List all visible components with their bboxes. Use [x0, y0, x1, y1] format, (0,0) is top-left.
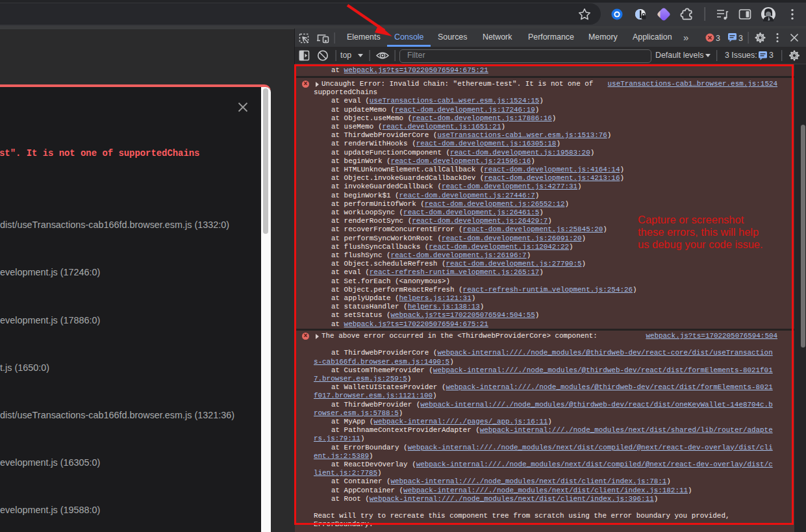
- svg-text:3: 3: [716, 34, 720, 43]
- svg-text:3: 3: [738, 34, 743, 43]
